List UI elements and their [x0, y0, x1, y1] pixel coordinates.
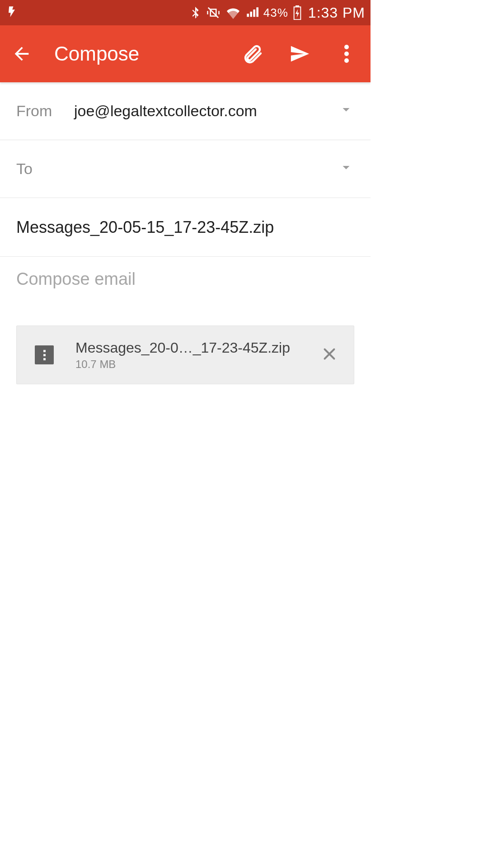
chevron-down-icon: [338, 101, 354, 118]
page-title: Compose: [54, 42, 239, 65]
to-label: To: [16, 160, 74, 178]
flash-icon: [5, 5, 18, 20]
svg-point-3: [344, 45, 349, 49]
vibrate-icon: [206, 6, 221, 19]
body-input[interactable]: Compose email: [0, 257, 371, 311]
arrow-left-icon: [11, 43, 32, 64]
chevron-down-icon: [338, 159, 354, 175]
svg-point-5: [344, 58, 349, 63]
svg-point-4: [344, 52, 349, 56]
send-button[interactable]: [286, 43, 313, 64]
cell-signal-icon: [245, 6, 259, 19]
body-placeholder: Compose email: [16, 269, 136, 288]
paperclip-icon: [242, 43, 263, 65]
to-expand[interactable]: [338, 159, 354, 179]
status-bar: 43% 1:33 PM: [0, 0, 371, 25]
remove-attachment-button[interactable]: [316, 340, 343, 369]
attachment-size: 10.7 MB: [75, 358, 316, 371]
zip-file-icon: [35, 345, 54, 364]
from-dropdown[interactable]: [338, 101, 354, 121]
send-icon: [287, 43, 312, 64]
wifi-icon: [225, 6, 241, 19]
bluetooth-icon: [189, 6, 201, 19]
battery-percent: 43%: [263, 6, 288, 20]
attach-button[interactable]: [239, 43, 266, 65]
to-row[interactable]: To: [0, 140, 371, 198]
back-button[interactable]: [8, 43, 35, 64]
subject-row[interactable]: Messages_20-05-15_17-23-45Z.zip: [0, 198, 371, 257]
more-vert-icon: [344, 45, 349, 63]
from-row[interactable]: From joe@legaltextcollector.com: [0, 82, 371, 140]
attachment-chip[interactable]: Messages_20-0…_17-23-45Z.zip 10.7 MB: [16, 326, 354, 384]
close-icon: [321, 346, 338, 362]
status-time: 1:33 PM: [308, 5, 365, 21]
from-value: joe@legaltextcollector.com: [74, 102, 338, 120]
svg-rect-2: [296, 5, 299, 7]
from-label: From: [16, 102, 74, 120]
subject-input[interactable]: Messages_20-05-15_17-23-45Z.zip: [16, 218, 274, 237]
battery-charging-icon: [293, 5, 302, 20]
overflow-menu-button[interactable]: [333, 45, 360, 63]
attachment-name: Messages_20-0…_17-23-45Z.zip: [75, 340, 316, 356]
app-bar: Compose: [0, 25, 371, 82]
